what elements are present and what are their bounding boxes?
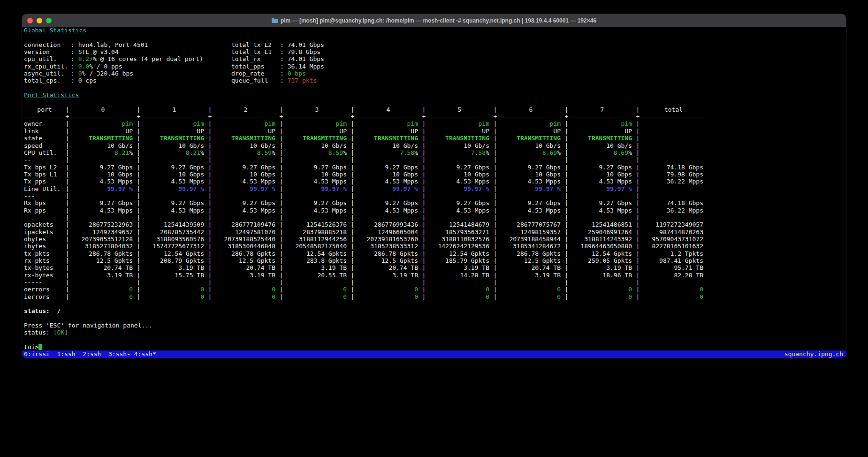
tmux-window-list[interactable]: 0:irssi 1:ssh 2:ssh 3:ssh- 4:ssh*: [24, 350, 156, 358]
text-segment: 99.97 %: [535, 185, 561, 192]
cell: 286777109476: [212, 221, 279, 228]
text-segment: 737 pkts: [288, 77, 317, 84]
global-stats-heading-line: Global Statistics: [24, 27, 846, 34]
text-segment: |: [137, 135, 141, 142]
text-segment: 4.53 Mpps: [100, 207, 133, 214]
cell: 286.78 Gpkts: [212, 250, 279, 257]
cell: 4.53 Mpps: [69, 178, 137, 185]
cell: 12.5 Gpkts: [355, 257, 422, 264]
text-segment: 3.19 TB: [250, 272, 275, 279]
cell: 8.69%: [497, 149, 564, 156]
text-segment: async_util.: [24, 70, 71, 77]
text-segment: STL @ v3.04: [78, 48, 119, 55]
cell: 18964463050880: [569, 243, 636, 250]
text-segment: :: [71, 41, 78, 48]
text-segment: 12.5 Gpkts: [96, 257, 133, 264]
text-segment: 4.53 Mpps: [385, 178, 418, 185]
text-segment: |: [137, 214, 141, 221]
text-segment: |: [422, 221, 426, 228]
text-segment: |: [137, 250, 141, 257]
global-stat-left: version: STL @ v3.04: [24, 48, 119, 55]
cell: 1197272349057: [640, 221, 707, 228]
text-segment: 9.27 Gbps: [599, 199, 632, 206]
terminal[interactable]: Global Statistics connection: hvn4.lab, …: [22, 27, 846, 358]
text-segment: 20.74 TB: [246, 264, 275, 271]
global-stats-heading: Global Statistics: [24, 27, 86, 34]
text-segment: +: [279, 113, 283, 120]
text-segment: 20739188525440: [224, 236, 275, 243]
text-segment: 8.21: [186, 149, 200, 156]
text-segment: 10 Gb/s: [392, 142, 418, 149]
table-row: Rx bps|9.27 Gbps|9.27 Gbps|9.27 Gbps|9.2…: [24, 199, 846, 206]
text-segment: |: [422, 243, 426, 250]
cell: 0: [569, 293, 636, 300]
text-segment: 0: [628, 293, 632, 300]
cell: 12541486851: [569, 221, 636, 228]
text-segment: |: [422, 164, 426, 171]
text-segment: 9.27 Gbps: [528, 164, 561, 171]
cell: 4.53 Mpps: [69, 207, 137, 214]
table-row: tx-pkts|286.78 Gpkts|12.54 Gpkts|286.78 …: [24, 250, 846, 257]
cell: 0: [497, 286, 564, 293]
zoom-button[interactable]: [46, 18, 52, 23]
text-segment: 8.69: [542, 149, 557, 156]
text-segment: 15.75 TB: [175, 272, 204, 279]
text-segment: 20739188458944: [509, 236, 561, 243]
cell: 9.27 Gbps: [426, 164, 493, 171]
cell: 208.79 Gpkts: [141, 257, 208, 264]
cell: 15747725677312: [141, 243, 208, 250]
text-segment: 82278165101632: [652, 243, 703, 250]
text-segment: |: [279, 128, 283, 135]
text-segment: drop_rate: [231, 70, 280, 77]
text-segment: |: [493, 250, 497, 257]
text-segment: |: [350, 243, 355, 250]
table-row: Tx bps L1|10 Gbps|10 Gbps|10 Gbps|10 Gbp…: [24, 171, 846, 178]
text-segment: |: [493, 228, 497, 236]
text-segment: 286.78 Gpkts: [374, 250, 418, 257]
minimize-button[interactable]: [37, 18, 42, 23]
cell: 987.41 Gpkts: [640, 257, 707, 264]
status-spinner-line: status: /: [24, 307, 846, 314]
text-segment: |: [208, 120, 212, 127]
cell: [640, 149, 707, 156]
close-button[interactable]: [27, 18, 33, 23]
titlebar[interactable]: pim — [mosh] pim@squanchy.ipng.ch: /home…: [22, 14, 846, 27]
text-segment: 12.54 Gpkts: [306, 250, 347, 257]
text-segment: |: [279, 264, 283, 271]
text-segment: UP: [411, 128, 418, 135]
text-segment: |: [279, 286, 283, 293]
table-row: Line Util.|99.97 %|99.97 %|99.97 %|99.97…: [24, 185, 846, 192]
text-segment: |: [208, 199, 212, 206]
text-segment: UP: [624, 128, 632, 135]
column-header: 5: [426, 106, 493, 113]
text-segment: |: [279, 185, 283, 192]
text-segment: |: [350, 120, 355, 127]
text-segment: |: [564, 199, 569, 206]
cell: [212, 279, 279, 286]
text-segment: 74.18 Gbps: [667, 199, 703, 206]
text-segment: TRANSMITTING: [303, 135, 347, 142]
text-segment: total_pps: [231, 63, 280, 70]
cell: 10 Gbps: [69, 171, 137, 178]
text-segment: |: [493, 214, 497, 221]
text-segment: pim: [479, 120, 489, 127]
text-segment: 9.27 Gbps: [528, 199, 561, 206]
text-segment: |: [564, 214, 569, 221]
text-segment: 286776993436: [374, 221, 418, 228]
row-label: tx-pkts: [24, 250, 65, 257]
text-segment: |: [350, 185, 355, 192]
row-label: CPU util.: [24, 149, 65, 156]
text-segment: |: [564, 221, 569, 228]
prompt-line[interactable]: tui>: [24, 343, 846, 350]
text-segment: |: [279, 257, 283, 264]
global-stat-line: rx_cpu_util.: 0.0% / 0 ppstotal_pps: 36.…: [24, 63, 846, 70]
cell: 4.53 Mpps: [141, 178, 208, 185]
text-segment: |: [422, 207, 426, 214]
text-segment: |: [208, 156, 212, 163]
text-segment: |: [493, 236, 497, 243]
text-segment: 3188110832576: [442, 236, 489, 243]
text-segment: TRANSMITTING: [445, 135, 489, 142]
cell: 12.5 Gpkts: [212, 257, 279, 264]
text-segment: 12541526376: [306, 221, 347, 228]
cell: [141, 192, 208, 199]
